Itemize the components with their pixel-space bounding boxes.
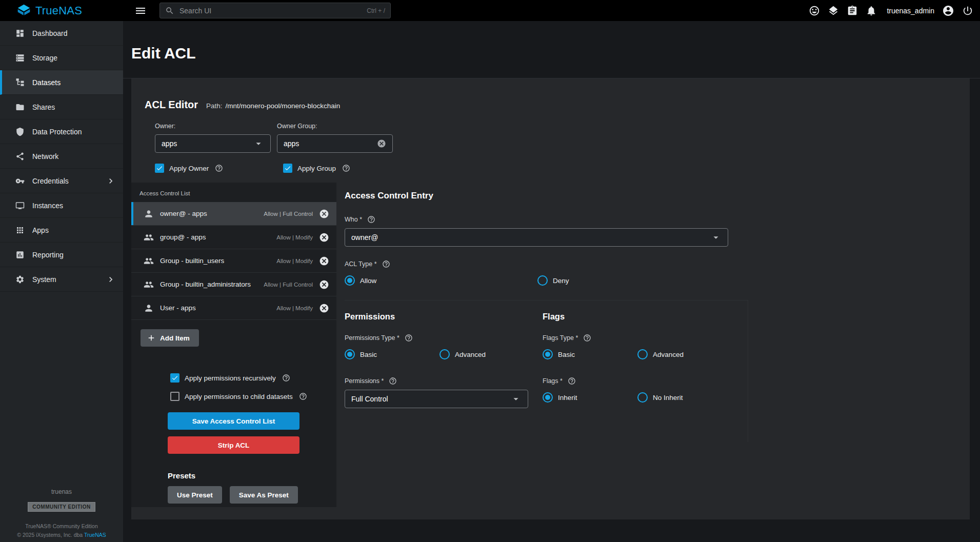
save-as-preset-button[interactable]: Save As Preset [230, 486, 298, 504]
use-preset-button[interactable]: Use Preset [168, 486, 222, 504]
sidebar-item-dashboard[interactable]: Dashboard [0, 21, 123, 46]
clear-icon[interactable] [377, 139, 386, 148]
basic-label: Basic [360, 351, 377, 358]
acl-editor-card: ACL Editor Path:/mnt/monero-pool/monero-… [131, 78, 970, 519]
tasks-icon[interactable] [847, 5, 858, 16]
account-icon[interactable] [942, 5, 954, 17]
search-input[interactable] [178, 6, 363, 15]
flags-type-advanced-radio[interactable]: Advanced [637, 349, 684, 359]
radio-selected-icon [543, 349, 553, 359]
apply-owner-checkbox[interactable]: Apply Owner [155, 164, 271, 173]
help-icon[interactable] [568, 377, 576, 385]
permissions-type-advanced-radio[interactable]: Advanced [439, 349, 486, 359]
sidebar-item-instances[interactable]: Instances [0, 193, 123, 218]
apps-icon [15, 226, 25, 235]
acl-entry-row[interactable]: Group - builtin_administrators Allow | F… [131, 273, 336, 296]
flags-inherit-radio[interactable]: Inherit [543, 392, 637, 403]
help-icon[interactable] [389, 377, 397, 385]
edition-badge: COMMUNITY EDITION [28, 502, 95, 512]
copyright-link[interactable]: TrueNAS [84, 532, 106, 538]
ace-permission: Allow | Full Control [264, 211, 313, 217]
acl-type-allow-radio[interactable]: Allow [345, 275, 537, 286]
sidebar-item-apps[interactable]: Apps [0, 218, 123, 243]
sidebar-item-system[interactable]: System [0, 267, 123, 292]
acl-entry-row[interactable]: User - apps Allow | Modify [131, 296, 336, 320]
datasets-icon [15, 78, 25, 87]
flags-heading: Flags [543, 312, 748, 322]
help-icon[interactable] [299, 392, 307, 400]
ace-who: Group - builtin_users [160, 257, 224, 265]
help-icon[interactable] [367, 215, 375, 224]
strip-acl-button[interactable]: Strip ACL [168, 436, 299, 454]
acl-entry-row[interactable]: Group - builtin_users Allow | Modify [131, 249, 336, 273]
help-icon[interactable] [282, 374, 290, 382]
jobs-icon[interactable] [828, 5, 839, 16]
sidebar-item-label: Instances [32, 202, 63, 210]
checkbox-unchecked-icon [170, 392, 179, 401]
sidebar-item-label: System [32, 275, 56, 284]
global-search[interactable]: Ctrl + / [159, 3, 391, 18]
flags-basic-label: Basic [558, 351, 575, 358]
acl-editor-heading: ACL Editor [145, 99, 198, 110]
power-icon[interactable] [962, 5, 973, 16]
sidebar-item-network[interactable]: Network [0, 144, 123, 169]
sidebar-item-data-protection[interactable]: Data Protection [0, 119, 123, 144]
permissions-value: Full Control [351, 395, 388, 403]
recursive-checkbox[interactable]: Apply permissions recursively [170, 373, 336, 383]
page-title: Edit ACL [131, 45, 970, 62]
acl-type-label: ACL Type * [345, 260, 377, 268]
menu-icon[interactable] [134, 5, 147, 17]
help-icon[interactable] [342, 164, 350, 172]
inherit-label: Inherit [558, 394, 577, 402]
help-icon[interactable] [215, 164, 223, 172]
radio-unselected-icon [537, 275, 548, 286]
truenas-logo-text: TrueNAS [35, 4, 82, 17]
sidebar-item-reporting[interactable]: Reporting [0, 243, 123, 267]
sidebar-item-storage[interactable]: Storage [0, 46, 123, 70]
sidebar-item-label: Shares [32, 103, 55, 111]
truenas-logo[interactable]: TrueNAS [0, 4, 123, 17]
remove-entry-icon[interactable] [319, 279, 329, 290]
permissions-select[interactable]: Full Control [345, 390, 528, 408]
help-icon[interactable] [382, 260, 390, 268]
flags-type-basic-radio[interactable]: Basic [543, 349, 637, 359]
who-select[interactable]: owner@ [345, 228, 728, 247]
acl-editor-header: ACL Editor Path:/mnt/monero-pool/monero-… [131, 78, 970, 183]
ace-permission: Allow | Modify [276, 258, 313, 264]
topbar-actions: truenas_admin [809, 5, 980, 17]
allow-label: Allow [360, 277, 376, 285]
radio-selected-icon [345, 275, 355, 286]
remove-entry-icon[interactable] [319, 209, 329, 219]
flags-no-inherit-radio[interactable]: No Inherit [637, 392, 683, 403]
save-acl-button[interactable]: Save Access Control List [168, 412, 299, 430]
apply-group-checkbox[interactable]: Apply Group [283, 164, 350, 173]
permissions-type-basic-radio[interactable]: Basic [345, 349, 439, 359]
advanced-label: Advanced [455, 351, 486, 358]
remove-entry-icon[interactable] [319, 232, 329, 243]
child-datasets-checkbox[interactable]: Apply permissions to child datasets [170, 392, 336, 401]
no-inherit-label: No Inherit [653, 394, 683, 402]
edition-line: TrueNAS® Community Edition [0, 523, 123, 529]
feedback-icon[interactable] [809, 5, 820, 16]
sidebar-item-datasets[interactable]: Datasets [0, 70, 123, 95]
radio-unselected-icon [439, 349, 450, 359]
add-item-button[interactable]: Add Item [141, 329, 199, 347]
alerts-bell-icon[interactable] [866, 5, 877, 16]
group-icon [144, 279, 154, 290]
help-icon[interactable] [583, 334, 591, 342]
checkbox-checked-icon [170, 373, 179, 383]
owner-select[interactable]: apps [155, 134, 271, 153]
presets-heading: Presets [168, 471, 336, 480]
monitor-icon [15, 201, 25, 210]
remove-entry-icon[interactable] [319, 256, 329, 266]
remove-entry-icon[interactable] [319, 303, 329, 313]
owner-group-input[interactable] [284, 139, 377, 148]
sidebar-item-label: Reporting [32, 251, 64, 259]
acl-entry-row[interactable]: group@ - apps Allow | Modify [131, 226, 336, 249]
recursive-label: Apply permissions recursively [185, 374, 276, 382]
sidebar-item-shares[interactable]: Shares [0, 95, 123, 119]
sidebar-item-credentials[interactable]: Credentials [0, 169, 123, 193]
help-icon[interactable] [405, 334, 413, 342]
acl-type-deny-radio[interactable]: Deny [537, 275, 569, 286]
acl-entry-row[interactable]: owner@ - apps Allow | Full Control [131, 202, 336, 226]
